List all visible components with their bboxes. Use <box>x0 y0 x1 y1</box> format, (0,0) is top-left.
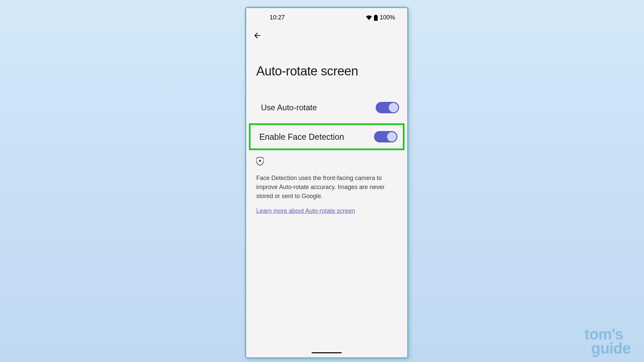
page-title: Auto-rotate screen <box>246 44 407 92</box>
shield-icon <box>256 157 397 167</box>
auto-rotate-toggle[interactable] <box>376 102 399 113</box>
privacy-section: Face Detection uses the front-facing cam… <box>246 150 407 221</box>
learn-more-link[interactable]: Learn more about Auto-rotate screen <box>256 207 355 214</box>
battery-icon <box>374 15 378 21</box>
svg-point-2 <box>259 160 261 162</box>
privacy-description: Face Detection uses the front-facing cam… <box>256 174 397 201</box>
setting-auto-rotate[interactable]: Use Auto-rotate <box>246 92 407 123</box>
watermark: tom's guide <box>584 327 631 355</box>
phone-frame: 10:27 100% <box>245 7 409 359</box>
auto-rotate-label: Use Auto-rotate <box>261 103 317 112</box>
status-bar: 10:27 100% <box>246 8 407 24</box>
status-right: 100% <box>366 14 395 21</box>
setting-face-detection[interactable]: Enable Face Detection <box>249 123 405 150</box>
phone-screen: 10:27 100% <box>246 8 407 357</box>
face-detection-label: Enable Face Detection <box>259 132 344 142</box>
face-detection-toggle[interactable] <box>374 131 397 142</box>
back-button[interactable] <box>253 31 263 41</box>
status-battery-text: 100% <box>380 14 395 21</box>
svg-rect-1 <box>374 15 378 21</box>
status-time: 10:27 <box>270 14 285 21</box>
nav-bar <box>246 24 407 44</box>
svg-rect-0 <box>375 15 377 15</box>
wifi-icon <box>366 15 372 20</box>
home-indicator[interactable] <box>312 352 342 353</box>
watermark-line2: guide <box>591 342 631 355</box>
